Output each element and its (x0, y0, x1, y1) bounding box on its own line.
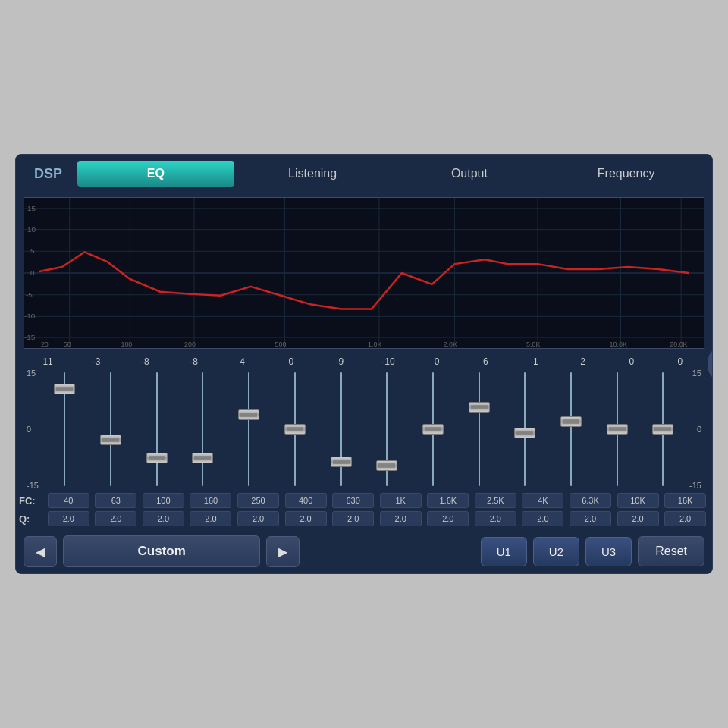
fader-line-9 (479, 372, 480, 486)
tab-eq[interactable]: EQ (77, 161, 234, 187)
fc-cell-10[interactable]: 4K (522, 493, 563, 508)
fc-cell-0[interactable]: 40 (48, 493, 89, 508)
fader-handle-0[interactable] (54, 384, 75, 394)
svg-text:5: 5 (30, 246, 35, 255)
fader-handle-3[interactable] (192, 453, 213, 463)
fader-track-6[interactable] (320, 369, 362, 490)
svg-text:20.0K: 20.0K (670, 340, 687, 348)
fader-handle-11[interactable] (560, 416, 582, 427)
fader-value-2: -8 (122, 356, 168, 367)
fader-value-11: 2 (560, 356, 606, 367)
fader-handle-1[interactable] (100, 435, 121, 445)
preset-label[interactable]: Custom (63, 535, 260, 567)
fader-track-12[interactable] (596, 369, 638, 490)
fc-cell-8[interactable]: 1.6K (427, 493, 469, 508)
fc-cell-3[interactable]: 160 (190, 493, 231, 508)
fc-row: FC: 40631001602504006301K1.6K2.5K4K6.3K1… (16, 493, 712, 508)
svg-text:15: 15 (27, 204, 36, 212)
dsp-label: DSP (24, 162, 73, 187)
svg-text:-15: -15 (24, 333, 36, 341)
svg-text:0: 0 (30, 268, 35, 277)
q-cell-10[interactable]: 2.0 (522, 511, 563, 526)
fader-line-2 (156, 372, 158, 486)
next-button[interactable]: ▶ (266, 536, 300, 567)
q-cell-2[interactable]: 2.0 (143, 511, 184, 526)
fader-handle-6[interactable] (331, 457, 352, 467)
q-cell-0[interactable]: 2.0 (48, 511, 89, 526)
q-label: Q: (19, 513, 45, 525)
fader-handle-2[interactable] (146, 453, 168, 463)
fader-line-6 (340, 372, 342, 486)
fc-label: FC: (19, 495, 45, 507)
fader-line-4 (248, 372, 249, 486)
fc-cell-13[interactable]: 16K (664, 493, 706, 508)
eq-graph[interactable]: 15 10 5 0 -5 -10 -15 20 50 100 200 500 1… (24, 197, 704, 349)
scale-left: 15 0 -15 (24, 369, 42, 490)
fc-cell-9[interactable]: 2.5K (475, 493, 516, 508)
fader-handle-4[interactable] (238, 410, 259, 420)
fader-track-8[interactable] (412, 369, 453, 490)
svg-text:100: 100 (121, 340, 132, 348)
fader-track-5[interactable] (274, 369, 315, 490)
fader-track-0[interactable] (44, 369, 86, 490)
q-row: Q: 2.02.02.02.02.02.02.02.02.02.02.02.02… (16, 511, 712, 526)
fader-handle-7[interactable] (376, 460, 397, 471)
svg-text:10: 10 (27, 225, 36, 234)
fader-handle-12[interactable] (607, 424, 628, 435)
q-cell-12[interactable]: 2.0 (617, 511, 659, 526)
fc-cell-1[interactable]: 63 (95, 493, 136, 508)
faders-inner (42, 369, 686, 490)
fader-track-11[interactable] (551, 369, 592, 490)
fader-track-7[interactable] (366, 369, 408, 490)
u2-button[interactable]: U2 (533, 537, 579, 566)
fader-value-9: 6 (463, 356, 508, 367)
q-cell-5[interactable]: 2.0 (285, 511, 327, 526)
svg-text:20: 20 (41, 340, 49, 348)
fc-cell-5[interactable]: 400 (285, 493, 327, 508)
tab-listening[interactable]: Listening (234, 161, 391, 187)
fader-track-10[interactable] (504, 369, 546, 490)
fader-handle-9[interactable] (469, 402, 490, 413)
fc-cell-2[interactable]: 100 (143, 493, 184, 508)
fader-track-13[interactable] (642, 369, 684, 490)
fc-cell-11[interactable]: 6.3K (570, 493, 611, 508)
fc-cell-6[interactable]: 630 (332, 493, 374, 508)
u1-button[interactable]: U1 (481, 537, 527, 566)
q-cell-7[interactable]: 2.0 (380, 511, 422, 526)
prev-button[interactable]: ◀ (24, 536, 57, 567)
fader-line-1 (110, 372, 111, 486)
q-cell-13[interactable]: 2.0 (664, 511, 706, 526)
q-cell-9[interactable]: 2.0 (475, 511, 516, 526)
q-cell-1[interactable]: 2.0 (95, 511, 136, 526)
tab-frequency[interactable]: Frequency (548, 161, 704, 187)
q-cell-6[interactable]: 2.0 (332, 511, 374, 526)
tab-bar: DSP EQ Listening Output Frequency (16, 155, 712, 193)
fader-track-9[interactable] (458, 369, 500, 490)
fader-handle-8[interactable] (422, 424, 444, 435)
fader-track-3[interactable] (182, 369, 224, 490)
fader-handle-10[interactable] (514, 428, 535, 438)
svg-text:-10: -10 (24, 312, 36, 320)
q-cell-3[interactable]: 2.0 (190, 511, 231, 526)
fader-value-5: 0 (268, 356, 314, 367)
fader-track-4[interactable] (228, 369, 270, 490)
fader-value-1: -3 (74, 356, 119, 367)
fader-track-2[interactable] (136, 369, 177, 490)
reset-button[interactable]: Reset (638, 536, 704, 566)
fader-handle-5[interactable] (284, 424, 306, 435)
fader-track-1[interactable] (90, 369, 132, 490)
faders-section: 11-3-8-840-9-1006-1200 15 0 -15 15 0 -15 (16, 353, 712, 490)
q-cell-11[interactable]: 2.0 (570, 511, 611, 526)
tab-output[interactable]: Output (391, 161, 548, 187)
fc-cell-12[interactable]: 10K (617, 493, 659, 508)
u3-button[interactable]: U3 (585, 537, 632, 566)
q-cell-4[interactable]: 2.0 (237, 511, 279, 526)
fc-cell-4[interactable]: 250 (237, 493, 279, 508)
q-cell-8[interactable]: 2.0 (427, 511, 469, 526)
scale-right: 15 0 -15 (686, 369, 704, 490)
svg-text:500: 500 (275, 340, 287, 348)
fader-handle-13[interactable] (652, 424, 673, 435)
fader-value-4: 4 (220, 356, 265, 367)
faders-row: 15 0 -15 15 0 -15 (24, 369, 704, 490)
fc-cell-7[interactable]: 1K (380, 493, 422, 508)
